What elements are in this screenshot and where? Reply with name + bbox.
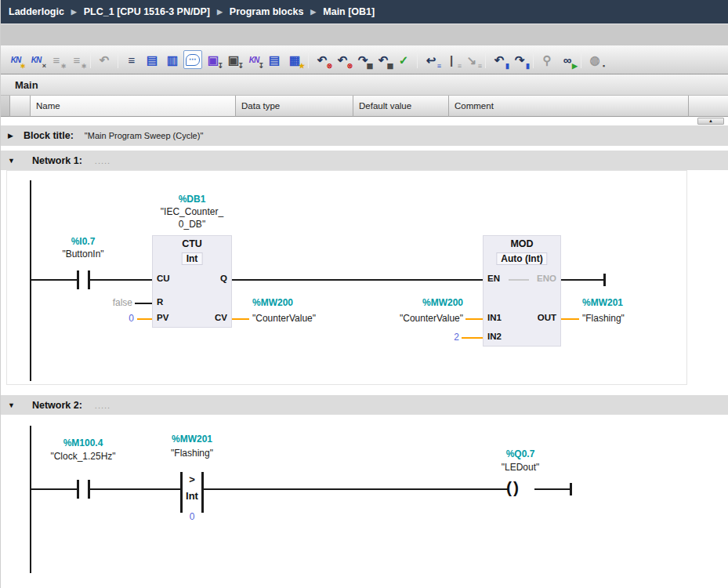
mod-box[interactable]: MOD Auto (Int) [483, 235, 561, 347]
network-2-header[interactable]: ▼ Network 2: ..... [1, 395, 728, 415]
discard-changes-icon[interactable]: ↶⊗ [313, 50, 331, 69]
compare-value[interactable]: 0 [168, 511, 216, 522]
column-header-name[interactable]: Name [31, 96, 236, 117]
compare-type[interactable]: Int [168, 490, 216, 502]
open-branch-icon[interactable]: ▤ [265, 50, 284, 69]
db-address[interactable]: %DB1 [145, 194, 239, 205]
expand-triangle-icon[interactable]: ▶ [8, 132, 13, 140]
pv-input-value[interactable]: 0 [103, 313, 134, 324]
goto-definition-icon: ↩ [426, 54, 436, 66]
operand-address[interactable]: %MW201 [145, 434, 239, 445]
find-in-project-icon[interactable]: ⚲ [538, 50, 556, 69]
delete-row-icon: ≡ [74, 54, 81, 66]
operand-address[interactable]: %I0.7 [36, 236, 130, 247]
contact-buttonin[interactable] [77, 270, 79, 289]
rung-end-tick [570, 483, 572, 495]
operand-name[interactable]: "ButtonIn" [36, 249, 130, 260]
collapse-triangle-icon[interactable]: ▼ [8, 401, 15, 409]
power-rail [30, 180, 31, 381]
update-block-calls-icon[interactable]: ↶ [95, 50, 114, 69]
delete-network-icon[interactable]: KN× [27, 50, 45, 69]
next-bookmark-icon[interactable]: ↷▮ [510, 50, 529, 69]
block-title-row: ▶ Block title: "Main Program Sweep (Cycl… [1, 125, 728, 146]
contact-clock[interactable] [77, 480, 79, 499]
insert-row-icon[interactable]: ≡∗ [47, 50, 66, 69]
data-snapshot-icon[interactable]: ◍▪ [585, 50, 604, 69]
db-name[interactable]: 0_DB" [145, 219, 239, 230]
operand-name[interactable]: "Clock_1.25Hz" [36, 451, 130, 462]
monitoring-glasses-icon[interactable]: ∞▶ [558, 50, 577, 69]
cv-wire [232, 318, 249, 320]
mod-type[interactable]: Auto (Int) [496, 252, 547, 265]
interface-table-header: Name Data type Default value Comment [1, 96, 728, 117]
breadcrumb-main-ob1[interactable]: Main [OB1] [323, 6, 375, 17]
column-header-data-type[interactable]: Data type [236, 96, 353, 117]
favorites-dropdown-icon-badge: ↧ [217, 63, 223, 70]
operand-address[interactable]: %Q0.7 [473, 448, 567, 459]
network-1-header[interactable]: ▼ Network 1: ..... [1, 151, 728, 170]
pin-out: OUT [519, 313, 556, 322]
network-1-comment[interactable]: ..... [95, 156, 110, 165]
operand-name[interactable]: "LEDout" [473, 462, 567, 473]
column-header-comment[interactable]: Comment [449, 96, 689, 117]
breadcrumb-arrow-icon: ▶ [217, 8, 223, 16]
rung-wire [90, 488, 181, 490]
operand-address[interactable]: %MW201 [582, 297, 623, 308]
db-name[interactable]: "IEC_Counter_ [145, 206, 239, 217]
operand-dropdown-icon[interactable]: KN↧ [244, 50, 263, 69]
operand-name[interactable]: "Flashing" [582, 313, 625, 324]
favorites-dropdown-icon[interactable]: ▣↧ [204, 50, 223, 69]
close-networks-icon: ▥ [167, 54, 178, 66]
go-offline-icon[interactable]: ↶⊗ [333, 50, 352, 69]
download-to-device-icon[interactable]: ↷▦ [353, 50, 372, 69]
compile-icon[interactable]: ✓ [394, 50, 413, 69]
upload-from-device-icon[interactable]: ↶▦ [374, 50, 393, 69]
pin-in1: IN1 [487, 313, 502, 322]
insert-network-icon[interactable]: KN∗ [6, 50, 25, 69]
collapse-interface-button[interactable]: ▲ [697, 118, 724, 125]
q-rung-wire [232, 279, 483, 281]
breadcrumb-project[interactable]: Ladderlogic [9, 6, 64, 17]
rung-wire [534, 488, 570, 490]
operand-name[interactable]: "Flashing" [145, 448, 239, 459]
open-networks-icon[interactable]: ▤ [143, 50, 161, 69]
pin-eno: ENO [517, 274, 556, 283]
network-2-comment[interactable]: ..... [95, 401, 110, 410]
compile-icon: ✓ [399, 54, 409, 66]
absolute-operands-icon[interactable]: ≡ [122, 50, 141, 69]
ctu-type[interactable]: Int [182, 252, 203, 265]
mod-title: MOD [484, 238, 560, 249]
column-header-default-value[interactable]: Default value [353, 96, 449, 117]
breadcrumb: Ladderlogic ▶ PLC_1 [CPU 1516-3 PN/DP] ▶… [1, 0, 728, 24]
operand-address[interactable]: %MW200 [346, 297, 463, 308]
network-1-title: Network 1: [32, 155, 82, 166]
cross-references-icon[interactable]: ↘≡ [462, 50, 481, 69]
compare-operator[interactable]: > [168, 474, 216, 485]
pv-wire [137, 318, 152, 320]
r-input-value[interactable]: false [85, 297, 132, 308]
toolbar: KN∗KN×≡∗≡∗↶≡▤▥⋯▣↧▣↧KN↧▤▦★↶⊗↶⊗↷▦↶▦✓↩≡|≡↘≡… [1, 45, 728, 74]
close-networks-icon[interactable]: ▥ [163, 50, 182, 69]
empty-box-dropdown-icon[interactable]: ▣↧ [224, 50, 243, 69]
previous-bookmark-icon: ↶ [494, 54, 505, 66]
breadcrumb-program-blocks[interactable]: Program blocks [230, 6, 303, 17]
add-favorite-icon-badge: ★ [299, 63, 305, 70]
in2-input-value[interactable]: 2 [432, 332, 459, 343]
operand-address[interactable]: %MW200 [252, 297, 293, 308]
operand-address[interactable]: %M100.4 [36, 437, 130, 448]
rung-wire [31, 488, 77, 490]
header-filler [689, 96, 728, 117]
collapse-triangle-icon[interactable]: ▼ [8, 157, 15, 165]
block-title-value[interactable]: "Main Program Sweep (Cycle)" [85, 131, 203, 140]
breadcrumb-plc[interactable]: PLC_1 [CPU 1516-3 PN/DP] [84, 6, 210, 17]
previous-bookmark-icon[interactable]: ↶▮ [490, 50, 509, 69]
goto-definition-icon[interactable]: ↩≡ [422, 50, 440, 69]
add-favorite-icon[interactable]: ▦★ [285, 50, 304, 69]
delete-row-icon[interactable]: ≡∗ [67, 50, 86, 69]
coil-ledout[interactable]: () [506, 478, 520, 497]
network-comments-toggle-icon[interactable]: ⋯ [183, 50, 202, 69]
operand-name[interactable]: "CounterValue" [252, 313, 316, 324]
next-bookmark-icon: ↷ [515, 54, 525, 66]
operand-name[interactable]: "CounterValue" [346, 313, 463, 324]
goto-usage-icon[interactable]: |≡ [442, 50, 461, 69]
